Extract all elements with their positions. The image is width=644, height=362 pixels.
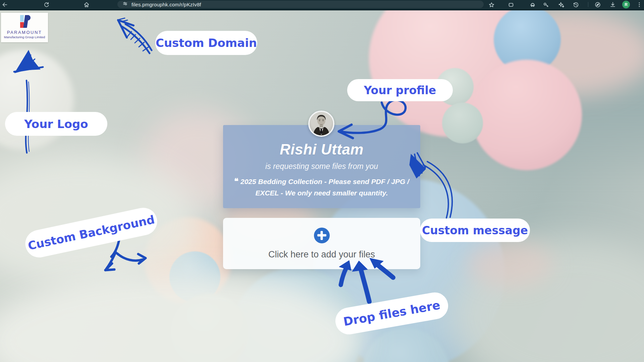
background-cloud xyxy=(466,241,553,288)
avatar-portrait xyxy=(310,112,333,135)
dropzone-label: Click here to add your files xyxy=(268,249,375,260)
toolbar-separator xyxy=(588,2,588,7)
favorites-sparkle-icon[interactable] xyxy=(557,1,565,9)
browser-toolbar: files.pmgrouphk.com/r/pKzIv8f R xyxy=(0,0,644,10)
company-logo-title: PARAMOUNT xyxy=(7,30,42,35)
background-sphere xyxy=(471,60,582,170)
custom-message-line2: EXCEL - We only need smaller quantity. xyxy=(255,189,388,197)
bookmark-star-icon[interactable] xyxy=(487,1,495,9)
requester-avatar xyxy=(308,111,334,137)
back-icon[interactable] xyxy=(1,1,9,9)
requester-name: Rishi Uttam xyxy=(223,141,420,158)
address-bar[interactable]: files.pmgrouphk.com/r/pKzIv8f xyxy=(117,1,484,8)
downloads-icon[interactable] xyxy=(609,1,617,9)
custom-message-text: ❝2025 Bedding Collection - Please send P… xyxy=(223,176,420,199)
background-sphere xyxy=(442,103,483,143)
file-request-page: PARAMOUNT Manufacturing Group Limited Cu… xyxy=(0,9,644,362)
annotation-your-profile: Your profile xyxy=(347,79,453,101)
annotation-custom-message: Custom message xyxy=(420,219,530,242)
extension-icon[interactable] xyxy=(529,1,537,9)
site-settings-sliders-icon[interactable] xyxy=(122,1,128,8)
url-text[interactable]: files.pmgrouphk.com/r/pKzIv8f xyxy=(131,2,201,7)
company-logo-subtitle: Manufacturing Group Limited xyxy=(4,35,45,39)
add-files-plus-button[interactable] xyxy=(314,228,330,243)
side-panel-icon[interactable] xyxy=(507,1,515,9)
browser-profile-avatar[interactable]: R xyxy=(622,1,630,8)
quote-mark: ❝ xyxy=(234,177,238,186)
file-request-card: Rishi Uttam is requesting some files fro… xyxy=(223,125,420,208)
company-logo-mark xyxy=(17,15,32,28)
energy-saver-leaf-icon[interactable] xyxy=(594,1,602,9)
custom-message-line1: 2025 Bedding Collection - Please send PD… xyxy=(240,178,409,185)
refresh-icon[interactable] xyxy=(42,1,50,9)
password-key-icon[interactable] xyxy=(542,1,550,9)
custom-domain-arrow xyxy=(118,18,152,53)
menu-kebab-icon[interactable] xyxy=(635,1,643,9)
request-line: is requesting some files from you xyxy=(223,162,420,171)
history-icon[interactable] xyxy=(572,1,580,9)
annotation-custom-domain: Custom Domain xyxy=(155,31,257,55)
annotation-your-logo: Your Logo xyxy=(5,112,107,136)
screenshot-stage: files.pmgrouphk.com/r/pKzIv8f R xyxy=(0,0,644,362)
company-logo: PARAMOUNT Manufacturing Group Limited xyxy=(1,13,48,42)
home-icon[interactable] xyxy=(83,1,91,9)
file-dropzone[interactable]: Click here to add your files xyxy=(223,218,420,269)
